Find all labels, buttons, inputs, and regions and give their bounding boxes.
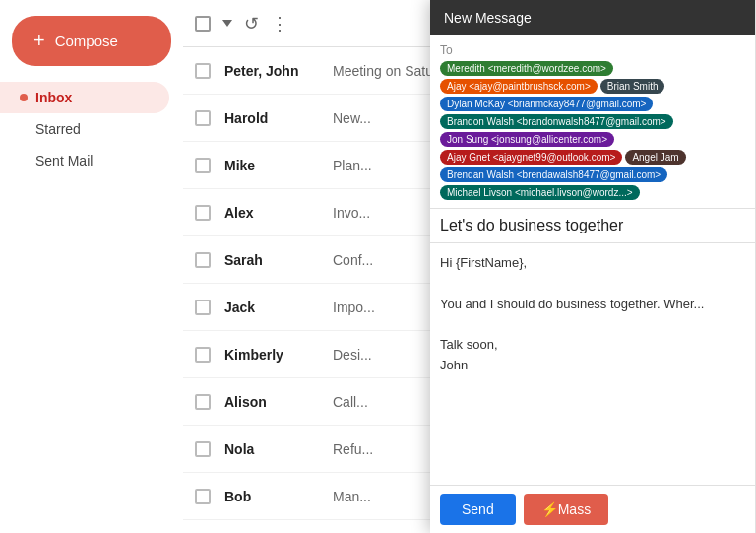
compose-footer: Send ⚡Mass: [430, 485, 755, 533]
sidebar: + Compose InboxStarredSent Mail: [0, 0, 183, 533]
email-sender: Bob: [224, 489, 333, 504]
select-dropdown-icon[interactable]: [222, 20, 232, 28]
select-all-checkbox[interactable]: [195, 16, 211, 32]
row-checkbox[interactable]: [195, 441, 211, 457]
compose-to-area: To Meredith <meredith@wordzee.com>Ajay <…: [430, 35, 755, 209]
recipient-chip[interactable]: Jon Sung <jonsung@allicenter.com>: [440, 132, 614, 147]
to-label: To: [440, 43, 745, 57]
compose-label: Compose: [55, 33, 118, 49]
row-checkbox[interactable]: [195, 394, 211, 410]
inbox-dot-icon: [20, 94, 28, 101]
compose-subject[interactable]: Let's do business together: [430, 209, 755, 243]
email-sender: Kimberly: [224, 347, 333, 363]
row-checkbox[interactable]: [195, 110, 211, 126]
recipient-chip[interactable]: Michael Livson <michael.livson@wordz...>: [440, 185, 640, 200]
mass-button[interactable]: ⚡Mass: [524, 494, 608, 525]
plus-icon: +: [33, 30, 45, 52]
recipient-chip[interactable]: Brandon Walsh <brandonwalsh8477@gmail.co…: [440, 114, 673, 129]
row-checkbox[interactable]: [195, 347, 211, 363]
recipient-chip[interactable]: Brendan Walsh <brendawalsh8477@gmail.com…: [440, 167, 667, 182]
sidebar-item-sent[interactable]: Sent Mail: [0, 145, 169, 176]
row-checkbox[interactable]: [195, 252, 211, 268]
row-checkbox[interactable]: [195, 205, 211, 221]
email-sender: Jack: [224, 300, 333, 315]
email-sender: Mike: [224, 158, 333, 173]
email-sender: Peter, John: [224, 63, 333, 79]
email-sender: Sarah: [224, 252, 333, 268]
compose-panel: New Message To Meredith <meredith@wordze…: [430, 0, 755, 533]
recipient-chip[interactable]: Angel Jam: [625, 150, 685, 165]
row-checkbox[interactable]: [195, 300, 211, 315]
recipient-chip[interactable]: Meredith <meredith@wordzee.com>: [440, 61, 613, 76]
row-checkbox[interactable]: [195, 489, 211, 504]
compose-body[interactable]: Hi {FirstName}, You and I should do busi…: [430, 243, 755, 485]
sidebar-item-starred[interactable]: Starred: [0, 113, 169, 145]
row-checkbox[interactable]: [195, 63, 211, 79]
refresh-icon[interactable]: ↺: [244, 13, 259, 34]
recipients-chips: Meredith <meredith@wordzee.com>Ajay <aja…: [440, 61, 745, 200]
email-sender: Harold: [224, 110, 333, 126]
nav-label: Sent Mail: [35, 153, 93, 168]
recipient-chip[interactable]: Dylan McKay <brianmckay8477@gmail.com>: [440, 97, 653, 111]
compose-header: New Message: [430, 0, 755, 35]
recipient-chip[interactable]: Ajay <ajay@paintbrushsck.com>: [440, 79, 598, 94]
email-list: ↺ ⋮ Peter, JohnMeeting on SaturdayHarold…: [183, 0, 756, 533]
row-checkbox[interactable]: [195, 158, 211, 173]
nav-label: Inbox: [35, 90, 72, 105]
email-sender: Alison: [224, 394, 333, 410]
recipient-chip[interactable]: Ajay Gnet <ajaygnet99@outlook.com>: [440, 150, 622, 165]
sidebar-item-inbox[interactable]: Inbox: [0, 82, 169, 113]
more-options-icon[interactable]: ⋮: [271, 13, 288, 34]
email-sender: Nola: [224, 441, 333, 457]
send-button[interactable]: Send: [440, 494, 516, 525]
compose-button[interactable]: + Compose: [12, 16, 171, 66]
nav-label: Starred: [35, 121, 81, 137]
recipient-chip[interactable]: Brian Smith: [600, 79, 665, 94]
email-sender: Alex: [224, 205, 333, 221]
